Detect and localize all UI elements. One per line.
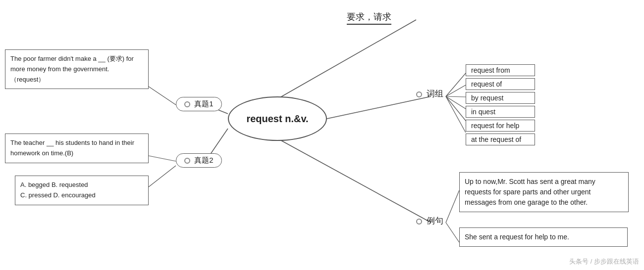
zhenti1-node: 真题1	[176, 97, 222, 111]
svg-line-9	[446, 190, 459, 223]
zhenti1-dot	[184, 101, 190, 107]
cizu-dot	[416, 91, 422, 97]
zhenti1-label: 真题1	[194, 99, 213, 108]
example-box-1: Up to now,Mr. Scott has sent a great man…	[459, 172, 629, 212]
svg-line-4	[446, 96, 466, 97]
svg-line-10	[446, 223, 459, 242]
svg-line-0	[277, 20, 416, 99]
zhenti2-text: The teacher __ his students to hand in t…	[5, 134, 149, 163]
svg-line-2	[446, 73, 466, 96]
liju-dot	[416, 219, 422, 225]
cizu-text: 词组	[427, 89, 443, 98]
example-box-2: She sent a request for help to me.	[459, 227, 628, 247]
watermark: 头条号 / 步步跟在线英语	[569, 257, 639, 266]
zhenti2-label: 真题2	[194, 156, 213, 164]
svg-line-7	[446, 96, 466, 133]
svg-line-8	[277, 138, 431, 223]
svg-line-14	[149, 156, 176, 161]
zhenti2-node: 真题2	[176, 153, 222, 168]
phrase-list: request from request of by request in qu…	[466, 64, 535, 145]
cizu-label: 词组	[416, 88, 443, 99]
phrase-item: request for help	[466, 120, 535, 132]
svg-line-15	[149, 166, 176, 187]
liju-label: 例句	[416, 215, 443, 226]
phrase-item: in quest	[466, 106, 535, 118]
phrase-item: request of	[466, 78, 535, 90]
svg-line-6	[446, 96, 466, 121]
meaning-text: 要求，请求	[347, 11, 391, 25]
svg-line-12	[149, 87, 176, 105]
zhenti2-dot	[184, 158, 190, 164]
center-label: request n.&v.	[246, 113, 308, 125]
phrase-item: request from	[466, 64, 535, 76]
svg-line-3	[446, 85, 466, 96]
options-text: A. begged B. requested C. pressed D. enc…	[15, 176, 149, 205]
center-node: request n.&v.	[228, 96, 327, 141]
liju-text: 例句	[427, 216, 443, 225]
svg-line-1	[327, 96, 431, 119]
zhenti1-text: The poor farmer didn't make a __ (要求) fo…	[5, 49, 149, 89]
svg-line-5	[446, 96, 466, 109]
phrase-item: at the request of	[466, 134, 535, 145]
phrase-item: by request	[466, 92, 535, 104]
